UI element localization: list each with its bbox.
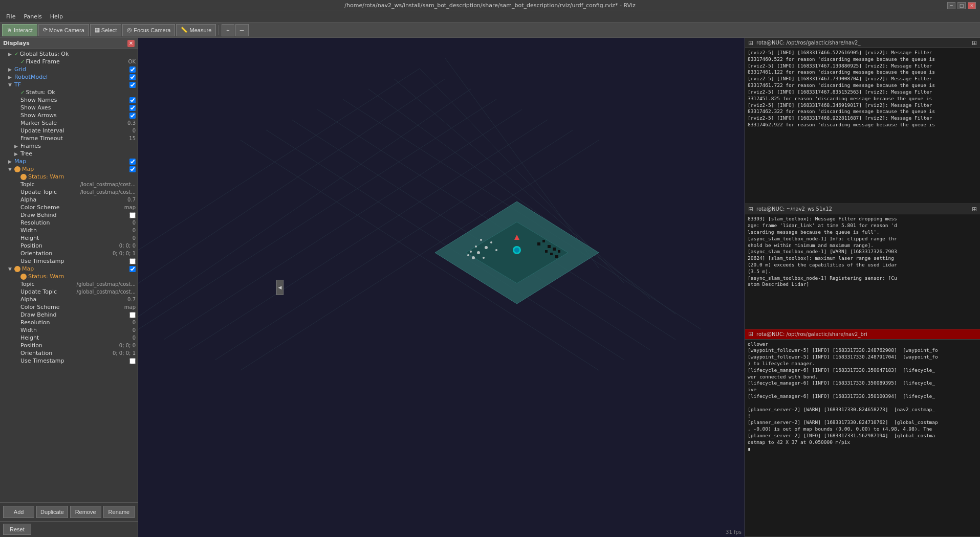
add-button[interactable]: Add [3,506,34,518]
list-item[interactable]: ▶ Tree [0,150,138,158]
map3-checkbox[interactable] [129,266,136,272]
list-item[interactable]: Update Topic /local_costmap/cost... [0,188,138,196]
add-icon-button[interactable]: + [222,24,234,36]
list-item[interactable]: Color Scheme map [0,204,138,211]
list-item[interactable]: Position 0; 0; 0 [0,342,138,349]
show-names-checkbox[interactable] [129,97,136,103]
maximize-button[interactable]: □ [957,2,966,9]
interact-button[interactable]: 🖱 Interact [2,24,37,36]
list-item[interactable]: Resolution 0 [0,219,138,227]
list-item[interactable]: ▼ Map [0,265,138,273]
list-item[interactable]: Status: Warn [0,273,138,280]
terminal-1-title: rota@NUC: /opt/ros/galactic/share/nav2_ [756,40,860,46]
tf-checkbox[interactable] [129,82,136,88]
list-item[interactable]: Position 0; 0; 0 [0,242,138,250]
menu-panels[interactable]: Panels [19,12,46,21]
list-item[interactable]: Update Topic /global_costmap/cost... [0,288,138,296]
list-item[interactable]: ▶ Map [0,158,138,165]
list-item[interactable]: ▶ ✓ Fixed Frame OK [0,58,138,65]
remove-button[interactable]: Remove [70,506,101,518]
show-axes-checkbox[interactable] [129,105,136,111]
list-item[interactable]: Alpha 0.7 [0,196,138,204]
displays-list: ▶ ✓ Global Status: Ok ▶ ✓ Fixed Frame OK… [0,49,138,502]
list-item[interactable]: Show Arrows [0,111,138,119]
list-item[interactable]: Use Timestamp [0,257,138,265]
3d-viewport[interactable]: ◀ 31 fps [138,38,745,537]
map1-checkbox[interactable] [129,159,136,165]
menu-help[interactable]: Help [46,12,67,21]
terminal-2-title: rota@NUC: ~/nav2_ws 51x12 [756,206,832,212]
svg-rect-37 [558,250,560,253]
item-label: Height [20,334,130,341]
item-label: Alpha [20,296,125,303]
measure-button[interactable]: 📏 Measure [176,24,216,36]
map2-checkbox[interactable] [129,166,136,172]
list-item[interactable]: Resolution 0 [0,319,138,326]
list-item[interactable]: Show Axes [0,104,138,111]
collapse-panel-button[interactable]: ◀ [276,280,284,295]
close-button[interactable]: ✕ [968,2,976,9]
draw-behind1-checkbox[interactable] [129,212,136,218]
list-item[interactable]: ▼ TF [0,81,138,88]
list-item[interactable]: ▶ Frames [0,142,138,150]
list-item[interactable]: ▶ RobotModel [0,73,138,81]
list-item[interactable]: Topic /local_costmap/cost... [0,181,138,188]
list-item[interactable]: Show Names [0,96,138,104]
menu-file[interactable]: File [2,12,19,21]
rename-button[interactable]: Rename [103,506,135,518]
list-item[interactable]: Update Interval 0 [0,127,138,135]
minimize-button[interactable]: ─ [947,2,955,9]
item-value: /global_costmap/cost... [77,281,136,287]
list-item[interactable]: Color Scheme map [0,303,138,311]
displays-close-button[interactable]: ✕ [127,40,135,47]
select-button[interactable]: ▦ Select [90,24,122,36]
list-item[interactable]: ▼ Map [0,165,138,173]
item-label: Show Arrows [20,112,127,119]
item-label: Update Topic [20,189,78,195]
item-value: map [124,304,136,310]
list-item[interactable]: Width 0 [0,326,138,334]
use-timestamp2-checkbox[interactable] [129,358,136,364]
list-item[interactable]: Draw Behind [0,211,138,219]
list-item[interactable]: Frame Timeout 15 [0,135,138,142]
list-item[interactable]: Orientation 0; 0; 0; 1 [0,349,138,357]
item-label: Width [20,227,130,234]
draw-behind2-checkbox[interactable] [129,312,136,318]
item-label: Frames [20,143,136,149]
list-item[interactable]: ▶ ✓ Global Status: Ok [0,50,138,58]
grid-checkbox[interactable] [129,66,136,73]
show-arrows-checkbox[interactable] [129,113,136,119]
list-item[interactable]: Use Timestamp [0,357,138,365]
expand-arrow: ▶ [8,75,13,80]
expand-arrow: ▼ [8,167,13,172]
reset-button[interactable]: Reset [3,524,31,535]
check-icon: ✓ [20,90,25,95]
list-item[interactable]: ▶ Grid [0,65,138,73]
duplicate-button[interactable]: Duplicate [36,506,68,518]
list-item[interactable]: Orientation 0; 0; 0; 1 [0,250,138,257]
terminal-1: ⊞ rota@NUC: /opt/ros/galactic/share/nav2… [745,38,980,204]
minus-icon-button[interactable]: ─ [235,24,249,36]
robotmodel-checkbox[interactable] [129,74,136,80]
svg-point-26 [483,257,485,259]
list-item[interactable]: Height 0 [0,334,138,342]
list-item[interactable]: Height 0 [0,234,138,242]
list-item[interactable]: Width 0 [0,227,138,234]
list-item[interactable]: ▶ ✓ Status: Ok [0,88,138,96]
expand-arrow: ▼ [8,266,13,272]
focus-camera-button[interactable]: ◎ Focus Camera [122,24,175,36]
item-value: 0 [133,228,136,233]
list-item[interactable]: Alpha 0.7 [0,296,138,303]
item-value: /local_costmap/cost... [80,189,136,195]
select-icon: ▦ [95,27,100,33]
use-timestamp1-checkbox[interactable] [129,258,136,264]
list-item[interactable]: Draw Behind [0,311,138,319]
terminal-extra-icon: ⊞ [972,39,977,47]
move-camera-button[interactable]: ⟳ Move Camera [38,24,89,36]
list-item[interactable]: Topic /global_costmap/cost... [0,280,138,288]
interact-icon: 🖱 [7,27,12,33]
list-item[interactable]: Status: Warn [0,173,138,181]
toolbar: 🖱 Interact ⟳ Move Camera ▦ Select ◎ Focu… [0,23,980,38]
measure-icon: 📏 [181,27,188,33]
list-item[interactable]: Marker Scale 0.3 [0,119,138,127]
